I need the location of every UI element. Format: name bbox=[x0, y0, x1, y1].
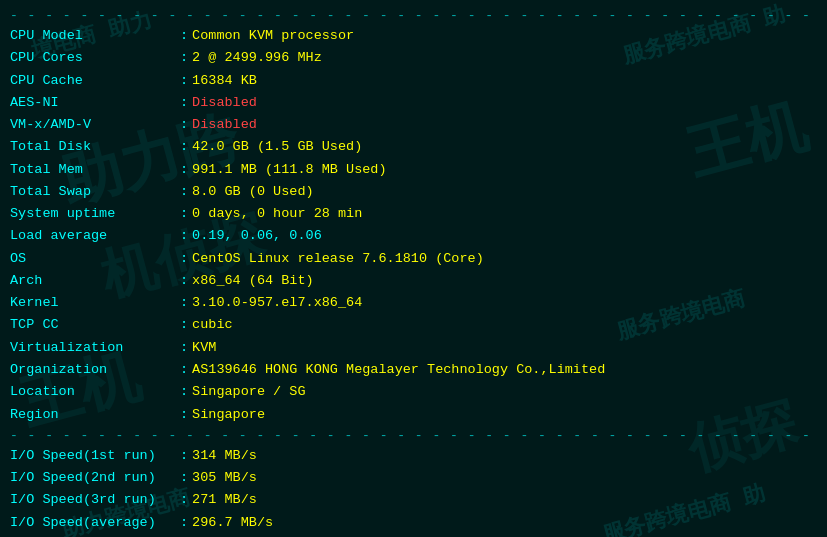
row-label: Region bbox=[10, 404, 180, 426]
row-colon: : bbox=[180, 404, 188, 426]
row-colon: : bbox=[180, 92, 188, 114]
system-info-section: CPU Model: Common KVM processorCPU Cores… bbox=[10, 25, 817, 426]
row-label: CPU Model bbox=[10, 25, 180, 47]
row-value: 16384 KB bbox=[192, 70, 257, 92]
row-value: 0 days, 0 hour 28 min bbox=[192, 203, 362, 225]
row-label: Virtualization bbox=[10, 337, 180, 359]
row-label: Load average bbox=[10, 225, 180, 247]
row-value: 8.0 GB (0 Used) bbox=[192, 181, 314, 203]
io-speed-section: I/O Speed(1st run) : 314 MB/sI/O Speed(2… bbox=[10, 445, 817, 534]
divider-mid: - - - - - - - - - - - - - - - - - - - - … bbox=[10, 428, 817, 443]
row-colon: : bbox=[180, 25, 188, 47]
row-value: 991.1 MB (111.8 MB Used) bbox=[192, 159, 386, 181]
row-colon: : bbox=[180, 114, 188, 136]
row-label: I/O Speed(1st run) bbox=[10, 445, 180, 467]
row-value: Disabled bbox=[192, 92, 257, 114]
row-value: Disabled bbox=[192, 114, 257, 136]
row-label: Total Mem bbox=[10, 159, 180, 181]
table-row: Virtualization: KVM bbox=[10, 337, 817, 359]
row-colon: : bbox=[180, 203, 188, 225]
row-colon: : bbox=[180, 292, 188, 314]
table-row: Load average: 0.19, 0.06, 0.06 bbox=[10, 225, 817, 247]
row-value: x86_64 (64 Bit) bbox=[192, 270, 314, 292]
row-colon: : bbox=[180, 359, 188, 381]
row-value: Singapore / SG bbox=[192, 381, 305, 403]
row-label: I/O Speed(average) bbox=[10, 512, 180, 534]
row-label: VM-x/AMD-V bbox=[10, 114, 180, 136]
table-row: OS: CentOS Linux release 7.6.1810 (Core) bbox=[10, 248, 817, 270]
row-value: AS139646 HONG KONG Megalayer Technology … bbox=[192, 359, 605, 381]
row-label: I/O Speed(2nd run) bbox=[10, 467, 180, 489]
table-row: Total Disk: 42.0 GB (1.5 GB Used) bbox=[10, 136, 817, 158]
table-row: System uptime: 0 days, 0 hour 28 min bbox=[10, 203, 817, 225]
row-colon: : bbox=[180, 225, 188, 247]
row-label: Organization bbox=[10, 359, 180, 381]
table-row: Arch: x86_64 (64 Bit) bbox=[10, 270, 817, 292]
table-row: TCP CC: cubic bbox=[10, 314, 817, 336]
row-value: 314 MB/s bbox=[192, 445, 257, 467]
row-colon: : bbox=[180, 159, 188, 181]
row-value: 2 @ 2499.996 MHz bbox=[192, 47, 322, 69]
table-row: I/O Speed(average) : 296.7 MB/s bbox=[10, 512, 817, 534]
row-colon: : bbox=[180, 445, 188, 467]
table-row: Total Swap: 8.0 GB (0 Used) bbox=[10, 181, 817, 203]
table-row: CPU Cache: 16384 KB bbox=[10, 70, 817, 92]
row-label: CPU Cores bbox=[10, 47, 180, 69]
row-value: 0.19, 0.06, 0.06 bbox=[192, 225, 322, 247]
table-row: Kernel: 3.10.0-957.el7.x86_64 bbox=[10, 292, 817, 314]
row-label: CPU Cache bbox=[10, 70, 180, 92]
table-row: Location: Singapore / SG bbox=[10, 381, 817, 403]
row-colon: : bbox=[180, 337, 188, 359]
row-value: 271 MB/s bbox=[192, 489, 257, 511]
table-row: Total Mem: 991.1 MB (111.8 MB Used) bbox=[10, 159, 817, 181]
row-value: KVM bbox=[192, 337, 216, 359]
row-label: Location bbox=[10, 381, 180, 403]
row-label: AES-NI bbox=[10, 92, 180, 114]
row-colon: : bbox=[180, 489, 188, 511]
row-colon: : bbox=[180, 136, 188, 158]
row-label: OS bbox=[10, 248, 180, 270]
table-row: CPU Model: Common KVM processor bbox=[10, 25, 817, 47]
row-colon: : bbox=[180, 467, 188, 489]
row-value: 3.10.0-957.el7.x86_64 bbox=[192, 292, 362, 314]
row-colon: : bbox=[180, 512, 188, 534]
row-colon: : bbox=[180, 248, 188, 270]
row-value: 42.0 GB (1.5 GB Used) bbox=[192, 136, 362, 158]
table-row: I/O Speed(1st run) : 314 MB/s bbox=[10, 445, 817, 467]
row-label: Total Disk bbox=[10, 136, 180, 158]
row-colon: : bbox=[180, 314, 188, 336]
table-row: AES-NI: Disabled bbox=[10, 92, 817, 114]
table-row: Region: Singapore bbox=[10, 404, 817, 426]
table-row: Organization: AS139646 HONG KONG Megalay… bbox=[10, 359, 817, 381]
row-colon: : bbox=[180, 181, 188, 203]
row-label: I/O Speed(3rd run) bbox=[10, 489, 180, 511]
row-value: Singapore bbox=[192, 404, 265, 426]
table-row: VM-x/AMD-V: Disabled bbox=[10, 114, 817, 136]
row-value: cubic bbox=[192, 314, 233, 336]
row-value: 296.7 MB/s bbox=[192, 512, 273, 534]
table-row: CPU Cores: 2 @ 2499.996 MHz bbox=[10, 47, 817, 69]
divider-top: - - - - - - - - - - - - - - - - - - - - … bbox=[10, 8, 817, 23]
row-label: TCP CC bbox=[10, 314, 180, 336]
table-row: I/O Speed(2nd run) : 305 MB/s bbox=[10, 467, 817, 489]
row-label: Kernel bbox=[10, 292, 180, 314]
row-label: System uptime bbox=[10, 203, 180, 225]
terminal-output: - - - - - - - - - - - - - - - - - - - - … bbox=[0, 0, 827, 537]
row-value: 305 MB/s bbox=[192, 467, 257, 489]
row-label: Arch bbox=[10, 270, 180, 292]
row-colon: : bbox=[180, 70, 188, 92]
row-colon: : bbox=[180, 381, 188, 403]
row-label: Total Swap bbox=[10, 181, 180, 203]
table-row: I/O Speed(3rd run) : 271 MB/s bbox=[10, 489, 817, 511]
row-colon: : bbox=[180, 270, 188, 292]
row-value: Common KVM processor bbox=[192, 25, 354, 47]
row-colon: : bbox=[180, 47, 188, 69]
row-value: CentOS Linux release 7.6.1810 (Core) bbox=[192, 248, 484, 270]
